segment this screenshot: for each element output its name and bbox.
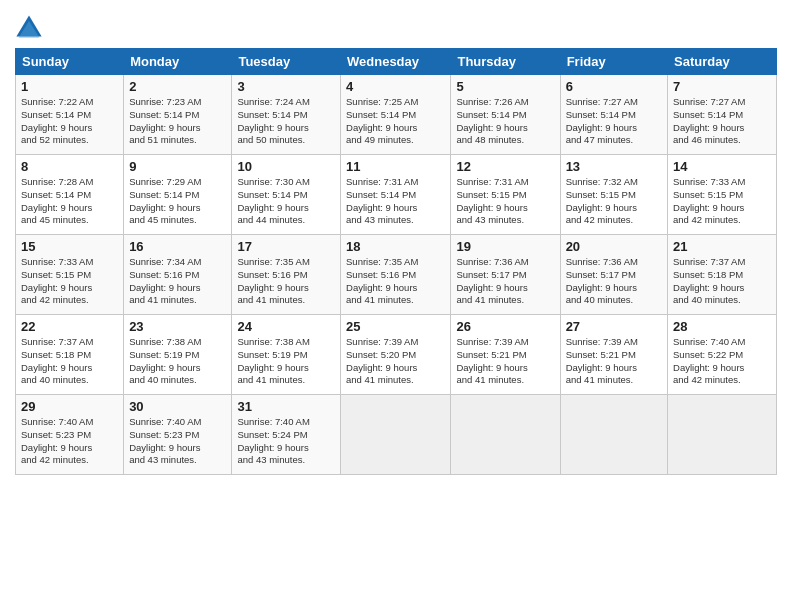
- day-number: 2: [129, 79, 226, 94]
- day-number: 21: [673, 239, 771, 254]
- day-number: 24: [237, 319, 335, 334]
- calendar-day-cell: 29Sunrise: 7:40 AM Sunset: 5:23 PM Dayli…: [16, 395, 124, 475]
- day-number: 16: [129, 239, 226, 254]
- calendar-day-cell: 18Sunrise: 7:35 AM Sunset: 5:16 PM Dayli…: [341, 235, 451, 315]
- calendar-week-row: 29Sunrise: 7:40 AM Sunset: 5:23 PM Dayli…: [16, 395, 777, 475]
- day-number: 9: [129, 159, 226, 174]
- calendar-day-cell: [341, 395, 451, 475]
- calendar-day-cell: 10Sunrise: 7:30 AM Sunset: 5:14 PM Dayli…: [232, 155, 341, 235]
- calendar-day-cell: 11Sunrise: 7:31 AM Sunset: 5:14 PM Dayli…: [341, 155, 451, 235]
- day-info: Sunrise: 7:37 AM Sunset: 5:18 PM Dayligh…: [21, 336, 118, 387]
- day-info: Sunrise: 7:39 AM Sunset: 5:21 PM Dayligh…: [566, 336, 662, 387]
- header: [15, 10, 777, 42]
- calendar-day-cell: 5Sunrise: 7:26 AM Sunset: 5:14 PM Daylig…: [451, 75, 560, 155]
- day-info: Sunrise: 7:32 AM Sunset: 5:15 PM Dayligh…: [566, 176, 662, 227]
- calendar-day-cell: 30Sunrise: 7:40 AM Sunset: 5:23 PM Dayli…: [124, 395, 232, 475]
- logo-icon: [15, 14, 43, 42]
- day-number: 3: [237, 79, 335, 94]
- calendar-header-thursday: Thursday: [451, 49, 560, 75]
- day-info: Sunrise: 7:34 AM Sunset: 5:16 PM Dayligh…: [129, 256, 226, 307]
- calendar-day-cell: 21Sunrise: 7:37 AM Sunset: 5:18 PM Dayli…: [668, 235, 777, 315]
- day-number: 22: [21, 319, 118, 334]
- day-info: Sunrise: 7:40 AM Sunset: 5:23 PM Dayligh…: [21, 416, 118, 467]
- day-number: 4: [346, 79, 445, 94]
- day-info: Sunrise: 7:30 AM Sunset: 5:14 PM Dayligh…: [237, 176, 335, 227]
- day-info: Sunrise: 7:35 AM Sunset: 5:16 PM Dayligh…: [237, 256, 335, 307]
- calendar-day-cell: 7Sunrise: 7:27 AM Sunset: 5:14 PM Daylig…: [668, 75, 777, 155]
- day-number: 28: [673, 319, 771, 334]
- calendar-header-saturday: Saturday: [668, 49, 777, 75]
- calendar-table: SundayMondayTuesdayWednesdayThursdayFrid…: [15, 48, 777, 475]
- logo: [15, 14, 45, 42]
- day-number: 17: [237, 239, 335, 254]
- day-number: 19: [456, 239, 554, 254]
- day-info: Sunrise: 7:39 AM Sunset: 5:20 PM Dayligh…: [346, 336, 445, 387]
- day-number: 25: [346, 319, 445, 334]
- day-number: 14: [673, 159, 771, 174]
- day-number: 6: [566, 79, 662, 94]
- calendar-day-cell: 1Sunrise: 7:22 AM Sunset: 5:14 PM Daylig…: [16, 75, 124, 155]
- calendar-day-cell: 15Sunrise: 7:33 AM Sunset: 5:15 PM Dayli…: [16, 235, 124, 315]
- day-number: 27: [566, 319, 662, 334]
- day-number: 13: [566, 159, 662, 174]
- day-info: Sunrise: 7:22 AM Sunset: 5:14 PM Dayligh…: [21, 96, 118, 147]
- day-info: Sunrise: 7:36 AM Sunset: 5:17 PM Dayligh…: [456, 256, 554, 307]
- day-info: Sunrise: 7:25 AM Sunset: 5:14 PM Dayligh…: [346, 96, 445, 147]
- calendar-week-row: 15Sunrise: 7:33 AM Sunset: 5:15 PM Dayli…: [16, 235, 777, 315]
- calendar-day-cell: 23Sunrise: 7:38 AM Sunset: 5:19 PM Dayli…: [124, 315, 232, 395]
- calendar-header-tuesday: Tuesday: [232, 49, 341, 75]
- calendar-day-cell: 12Sunrise: 7:31 AM Sunset: 5:15 PM Dayli…: [451, 155, 560, 235]
- calendar-day-cell: 3Sunrise: 7:24 AM Sunset: 5:14 PM Daylig…: [232, 75, 341, 155]
- calendar-header-sunday: Sunday: [16, 49, 124, 75]
- calendar-header-friday: Friday: [560, 49, 667, 75]
- day-number: 11: [346, 159, 445, 174]
- day-info: Sunrise: 7:38 AM Sunset: 5:19 PM Dayligh…: [129, 336, 226, 387]
- day-info: Sunrise: 7:27 AM Sunset: 5:14 PM Dayligh…: [566, 96, 662, 147]
- day-number: 20: [566, 239, 662, 254]
- day-info: Sunrise: 7:23 AM Sunset: 5:14 PM Dayligh…: [129, 96, 226, 147]
- day-info: Sunrise: 7:26 AM Sunset: 5:14 PM Dayligh…: [456, 96, 554, 147]
- calendar-day-cell: [560, 395, 667, 475]
- day-number: 7: [673, 79, 771, 94]
- day-number: 29: [21, 399, 118, 414]
- calendar-day-cell: 14Sunrise: 7:33 AM Sunset: 5:15 PM Dayli…: [668, 155, 777, 235]
- day-number: 23: [129, 319, 226, 334]
- calendar-day-cell: 2Sunrise: 7:23 AM Sunset: 5:14 PM Daylig…: [124, 75, 232, 155]
- calendar-week-row: 8Sunrise: 7:28 AM Sunset: 5:14 PM Daylig…: [16, 155, 777, 235]
- calendar-header-monday: Monday: [124, 49, 232, 75]
- day-info: Sunrise: 7:35 AM Sunset: 5:16 PM Dayligh…: [346, 256, 445, 307]
- day-number: 31: [237, 399, 335, 414]
- calendar-day-cell: 8Sunrise: 7:28 AM Sunset: 5:14 PM Daylig…: [16, 155, 124, 235]
- calendar-day-cell: 16Sunrise: 7:34 AM Sunset: 5:16 PM Dayli…: [124, 235, 232, 315]
- calendar-day-cell: [668, 395, 777, 475]
- calendar-header-row: SundayMondayTuesdayWednesdayThursdayFrid…: [16, 49, 777, 75]
- calendar-day-cell: 19Sunrise: 7:36 AM Sunset: 5:17 PM Dayli…: [451, 235, 560, 315]
- day-number: 15: [21, 239, 118, 254]
- calendar-day-cell: [451, 395, 560, 475]
- day-number: 26: [456, 319, 554, 334]
- day-number: 1: [21, 79, 118, 94]
- calendar-day-cell: 28Sunrise: 7:40 AM Sunset: 5:22 PM Dayli…: [668, 315, 777, 395]
- calendar-day-cell: 24Sunrise: 7:38 AM Sunset: 5:19 PM Dayli…: [232, 315, 341, 395]
- calendar-day-cell: 22Sunrise: 7:37 AM Sunset: 5:18 PM Dayli…: [16, 315, 124, 395]
- calendar-day-cell: 4Sunrise: 7:25 AM Sunset: 5:14 PM Daylig…: [341, 75, 451, 155]
- calendar-day-cell: 25Sunrise: 7:39 AM Sunset: 5:20 PM Dayli…: [341, 315, 451, 395]
- calendar-week-row: 22Sunrise: 7:37 AM Sunset: 5:18 PM Dayli…: [16, 315, 777, 395]
- calendar-day-cell: 27Sunrise: 7:39 AM Sunset: 5:21 PM Dayli…: [560, 315, 667, 395]
- calendar-day-cell: 20Sunrise: 7:36 AM Sunset: 5:17 PM Dayli…: [560, 235, 667, 315]
- day-info: Sunrise: 7:40 AM Sunset: 5:24 PM Dayligh…: [237, 416, 335, 467]
- day-info: Sunrise: 7:40 AM Sunset: 5:23 PM Dayligh…: [129, 416, 226, 467]
- day-info: Sunrise: 7:36 AM Sunset: 5:17 PM Dayligh…: [566, 256, 662, 307]
- calendar-day-cell: 17Sunrise: 7:35 AM Sunset: 5:16 PM Dayli…: [232, 235, 341, 315]
- page-container: SundayMondayTuesdayWednesdayThursdayFrid…: [0, 0, 792, 483]
- calendar-day-cell: 31Sunrise: 7:40 AM Sunset: 5:24 PM Dayli…: [232, 395, 341, 475]
- day-info: Sunrise: 7:38 AM Sunset: 5:19 PM Dayligh…: [237, 336, 335, 387]
- calendar-day-cell: 6Sunrise: 7:27 AM Sunset: 5:14 PM Daylig…: [560, 75, 667, 155]
- day-number: 5: [456, 79, 554, 94]
- day-info: Sunrise: 7:29 AM Sunset: 5:14 PM Dayligh…: [129, 176, 226, 227]
- day-info: Sunrise: 7:37 AM Sunset: 5:18 PM Dayligh…: [673, 256, 771, 307]
- day-info: Sunrise: 7:24 AM Sunset: 5:14 PM Dayligh…: [237, 96, 335, 147]
- day-number: 10: [237, 159, 335, 174]
- day-info: Sunrise: 7:39 AM Sunset: 5:21 PM Dayligh…: [456, 336, 554, 387]
- day-info: Sunrise: 7:31 AM Sunset: 5:14 PM Dayligh…: [346, 176, 445, 227]
